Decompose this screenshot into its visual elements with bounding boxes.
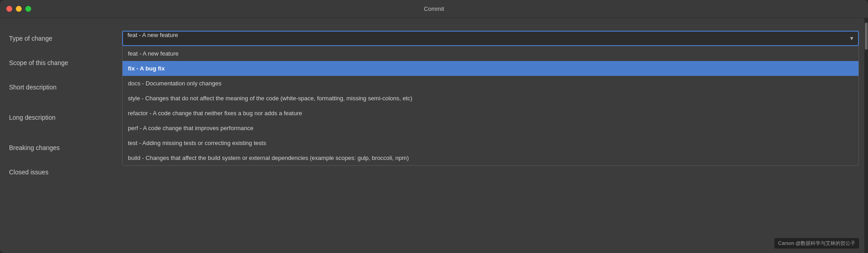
type-of-change-label: Type of change [9, 26, 122, 51]
commit-window: Commit Type of change Scope of this chan… [0, 0, 868, 253]
scope-label: Scope of this change [9, 51, 122, 75]
watermark: Carson @数据科学与艾林的贺公子 [774, 238, 859, 248]
window-title: Commit [424, 5, 444, 12]
maximize-button[interactable] [25, 6, 31, 12]
type-select-display[interactable]: feat - A new feature [122, 31, 859, 46]
option-refactor[interactable]: refactor - A code change that neither fi… [123, 106, 859, 121]
scrollbar-track[interactable] [864, 18, 868, 253]
close-button[interactable] [6, 6, 12, 12]
option-build[interactable]: build - Changes that affect the build sy… [123, 150, 859, 165]
breaking-changes-label: Breaking changes [9, 136, 122, 160]
option-test[interactable]: test - Adding missing tests or correctin… [123, 136, 859, 150]
type-select-wrapper: feat - A new feature ▼ feat - A new feat… [122, 31, 859, 46]
short-desc-label: Short description [9, 75, 122, 99]
titlebar: Commit [0, 0, 868, 18]
form-column: feat - A new feature ▼ feat - A new feat… [122, 26, 859, 248]
option-feat[interactable]: feat - A new feature [123, 46, 859, 61]
option-fix[interactable]: fix - A bug fix [123, 61, 859, 76]
closed-issues-label: Closed issues [9, 160, 122, 184]
labels-column: Type of change Scope of this change Shor… [9, 26, 122, 248]
option-style[interactable]: style - Changes that do not affect the m… [123, 91, 859, 106]
scrollbar-thumb[interactable] [865, 23, 868, 50]
long-desc-label: Long description [9, 99, 122, 136]
option-perf[interactable]: perf - A code change that improves perfo… [123, 121, 859, 136]
minimize-button[interactable] [16, 6, 22, 12]
main-content: Type of change Scope of this change Shor… [0, 18, 868, 253]
traffic-lights [6, 6, 31, 12]
type-of-change-row: feat - A new feature ▼ feat - A new feat… [122, 26, 859, 51]
type-dropdown-list: feat - A new feature fix - A bug fix doc… [122, 46, 859, 166]
option-docs[interactable]: docs - Documentation only changes [123, 76, 859, 91]
